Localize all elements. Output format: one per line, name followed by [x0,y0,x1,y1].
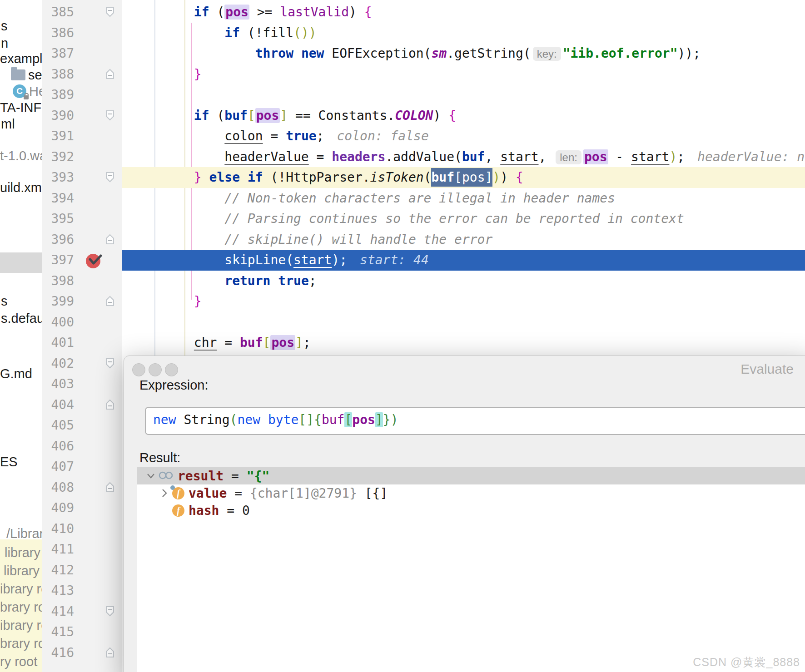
sidebar-item[interactable]: n [1,35,8,51]
code-token: {char[1]@2791} [250,486,357,501]
code-line: throw new EOFException(sm.getString(key:… [133,43,805,64]
result-tree-row[interactable]: fhash = 0 [137,502,805,519]
sidebar-item-label: n [1,35,8,51]
fold-marker-icon[interactable] [105,233,115,247]
code-line: // skipLine() will handle the error [133,229,805,250]
code-token: ); [332,252,347,267]
code-line: if (buf[pos] == Constants.COLON) { [133,105,805,126]
code-token: ) [492,170,500,185]
line-number: 407 [48,456,74,477]
sidebar-item-label: s.defaul [1,311,47,326]
sidebar-item-label: s [1,18,8,34]
code-token: [pos] [454,168,492,187]
chevron-down-icon[interactable] [143,472,159,479]
sidebar-item[interactable]: G.md [0,366,32,381]
code-token: buf [462,149,485,164]
code-token: } [194,67,202,82]
watch-result-icon [159,469,174,484]
fold-marker-icon[interactable] [105,109,115,123]
folder-icon [11,69,25,80]
sidebar-item-label: G.md [0,366,32,381]
window-zoom-button[interactable] [165,363,178,376]
variable-name: value [189,486,227,501]
code-token: new [237,412,260,427]
code-token: = [227,486,250,501]
code-line: headerValue = headers.addValue(buf, star… [133,147,805,168]
line-number: 401 [48,332,74,353]
line-number: 389 [48,84,74,105]
fold-marker-icon[interactable] [105,171,115,185]
code-token: len: [556,150,581,164]
sidebar-item[interactable]: ml [1,116,15,132]
sidebar-item[interactable]: uild.xml [0,180,45,195]
code-token: start: 44 [360,252,429,267]
fold-marker-icon[interactable] [105,647,115,660]
dialog-title: Evaluate [740,361,794,377]
code-token [240,170,248,185]
line-number: 414 [48,601,74,622]
code-token: } [383,412,391,427]
line-number: 387 [48,43,74,64]
code-token: - [608,149,631,164]
expression-input[interactable]: new String(new byte[]{buf[pos]}) [145,407,805,435]
line-number: 388 [48,64,74,84]
code-line: } [133,64,805,85]
code-line: if (pos >= lastValid) { [133,2,805,23]
code-token: // skipLine() will handle the error [224,232,492,247]
sidebar-item[interactable]: ibrary ro [0,581,48,597]
fold-marker-icon[interactable] [105,357,115,371]
line-number: 391 [48,126,74,146]
fold-marker-icon[interactable] [105,605,115,619]
sidebar-item[interactable]: s.defaul [1,311,47,326]
sidebar-item[interactable]: s [1,18,8,34]
class-icon: C [13,84,26,98]
sidebar-item[interactable]: library r [4,563,48,578]
project-tree-selected-row[interactable] [0,252,42,273]
code-token: , [485,149,500,164]
line-number: 404 [48,395,74,415]
code-token: EOFException( [324,46,431,61]
code-token: pos [255,108,280,123]
code-indent [133,211,224,226]
window-close-button[interactable] [132,363,145,376]
result-tree-row[interactable]: fvalue = {char[1]@2791} [{] [137,484,805,502]
result-tree-row[interactable]: result = "{" [137,467,805,484]
sidebar-item[interactable]: /Librar [6,526,44,541]
result-tree[interactable]: result = "{"fvalue = {char[1]@2791} [{]f… [137,467,805,672]
fold-marker-icon[interactable] [105,399,115,412]
code-token: return [224,273,270,288]
fold-marker-icon[interactable] [105,6,115,20]
chevron-right-icon[interactable] [157,488,172,498]
code-line: // Parsing continues so the error can be… [133,208,805,229]
sidebar-item[interactable]: ibrary ro [0,618,48,633]
fold-marker-icon[interactable] [105,68,115,82]
code-token: pos [270,335,295,350]
code-token: ( [209,5,225,20]
sidebar-item-label: /Librar [6,526,44,541]
fold-marker-icon[interactable] [105,295,115,309]
code-token: [ [344,412,352,427]
sidebar-item[interactable]: ry root [0,654,37,669]
code-token: if [194,108,209,123]
code-line: // Non-token characters are illegal in h… [133,188,805,209]
line-number: 398 [48,271,74,291]
fold-marker-icon[interactable] [105,481,115,495]
window-minimize-button[interactable] [149,363,162,376]
sidebar-item[interactable]: TA-INF [0,100,41,115]
sidebar-item[interactable]: CHe [13,84,46,99]
sidebar-item-label: uild.xml [0,180,45,195]
code-token [202,170,209,185]
breakpoint-icon[interactable] [84,251,108,272]
sidebar-item[interactable]: brary ro [0,636,45,651]
code-line: } [133,291,805,312]
sidebar-item[interactable]: s [1,293,8,309]
code-token: headerValue [224,149,308,164]
line-number: 393 [48,167,74,188]
line-number: 412 [48,560,74,580]
sidebar-item[interactable]: t-1.0.wa [0,148,47,163]
code-token: headerValue: nu [697,149,805,164]
line-number: 413 [48,580,74,601]
sidebar-item[interactable]: ES [0,454,18,469]
code-token: = [263,128,286,143]
code-indent [133,170,194,185]
